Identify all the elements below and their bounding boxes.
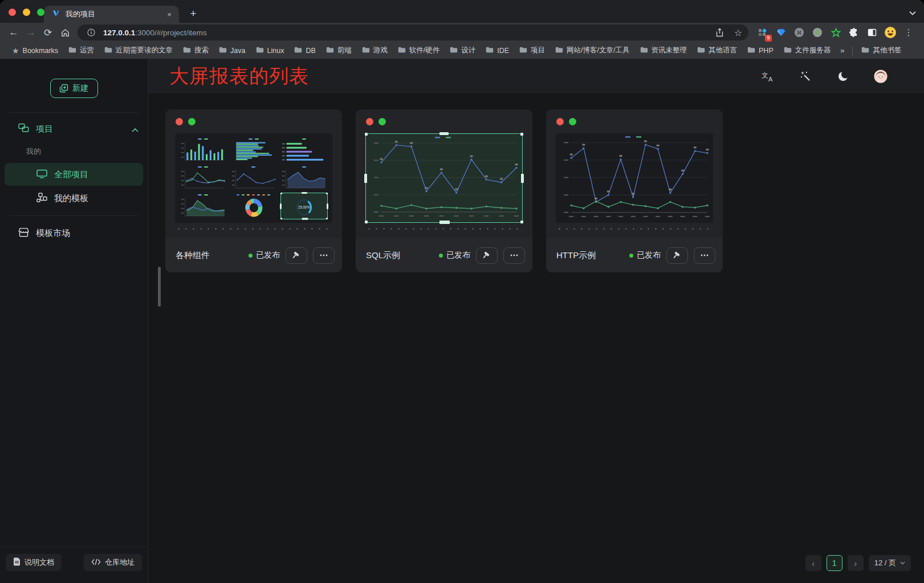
more-actions-button[interactable] <box>694 247 715 264</box>
site-info-icon[interactable] <box>84 26 98 39</box>
magic-wand-icon[interactable] <box>799 70 812 83</box>
extensions-puzzle-icon[interactable] <box>846 25 861 40</box>
page-size-select[interactable]: 12 / 页 <box>869 555 911 571</box>
bookmark-folder[interactable]: 设计 <box>445 44 481 57</box>
sidebar-section-project[interactable]: 项目 <box>0 116 148 141</box>
selection-handle[interactable] <box>326 193 328 194</box>
window-minimize-button[interactable] <box>23 9 30 16</box>
more-actions-button[interactable] <box>313 247 335 264</box>
tab-strip: 我的项目 × + <box>0 0 924 23</box>
project-card[interactable]: HTTP示例 已发布 <box>546 109 723 272</box>
bookmark-folder[interactable]: 近期需要读的文章 <box>99 44 178 57</box>
new-tab-button[interactable]: + <box>186 6 201 21</box>
folder-icon <box>326 47 334 55</box>
selection-handle[interactable] <box>520 221 523 223</box>
extensions-area: 9 ⌘ ⋮ <box>753 25 918 40</box>
bookmark-folder[interactable]: IDE <box>481 45 514 56</box>
selection-handle[interactable] <box>280 193 282 194</box>
home-icon[interactable] <box>57 25 73 40</box>
bookmark-folder-label: 近期需要读的文章 <box>116 46 173 55</box>
chevron-up-icon[interactable] <box>132 124 139 134</box>
forward-icon[interactable]: → <box>23 25 39 40</box>
bookmark-star-icon[interactable]: ☆ <box>731 26 745 39</box>
docs-button[interactable]: 说明文档 <box>6 554 62 571</box>
extension-gem-icon[interactable] <box>774 25 788 40</box>
repo-button[interactable]: 仓库地址 <box>84 554 142 571</box>
edit-project-button[interactable] <box>476 247 498 264</box>
app-root: 新建 项目 我的 全部项目 我的模板 模板市场 <box>0 59 924 583</box>
sidebar-item-template-market[interactable]: 模板市场 <box>5 222 143 244</box>
window-zoom-button[interactable] <box>37 9 44 16</box>
extension-command-icon[interactable]: ⌘ <box>792 25 807 40</box>
next-page-button[interactable]: › <box>848 555 864 571</box>
other-bookmarks-folder[interactable]: 其他书签 <box>856 44 906 57</box>
reload-icon[interactable]: ⟳ <box>40 25 56 40</box>
bookmark-folder-label: 搜索 <box>194 46 209 55</box>
card-footer: 各种组件 已发布 <box>165 238 342 272</box>
card-traffic-dots <box>176 118 342 125</box>
language-icon[interactable]: 文A <box>761 70 775 83</box>
bookmark-folder[interactable]: 其他语言 <box>692 44 742 57</box>
selection-handle[interactable] <box>302 192 307 194</box>
extension-star-icon[interactable] <box>828 25 843 40</box>
tab-search-chevron-icon[interactable] <box>909 7 916 18</box>
sidebar-item-label: 全部项目 <box>54 169 88 180</box>
bookmarks-overflow-chevron[interactable]: » <box>836 46 849 55</box>
bookmark-folder[interactable]: Linux <box>251 45 290 56</box>
bookmark-folder[interactable]: Java <box>214 45 250 56</box>
selection-handle[interactable] <box>326 218 328 219</box>
url-path: :3000/#/project/items <box>135 28 206 37</box>
new-project-button[interactable]: 新建 <box>50 79 98 98</box>
selection-handle[interactable] <box>280 203 282 209</box>
tab-close-icon[interactable]: × <box>164 9 174 19</box>
project-card[interactable]: SQL示例 已发布 <box>356 109 532 272</box>
sidebar-item-all-projects[interactable]: 全部项目 <box>5 163 143 186</box>
selection-handle[interactable] <box>521 174 524 183</box>
dark-mode-moon-icon[interactable] <box>836 70 850 83</box>
bookmark-folder[interactable]: 网站/博客/文章/工具 <box>550 44 634 57</box>
current-page-button[interactable]: 1 <box>827 555 842 571</box>
bookmark-folder[interactable]: 项目 <box>514 44 550 57</box>
bookmark-folder[interactable]: 游戏 <box>357 44 393 57</box>
bookmark-folder[interactable]: 资讯未整理 <box>635 44 693 57</box>
prev-page-button[interactable]: ‹ <box>805 555 821 571</box>
selection-handle[interactable] <box>520 133 523 136</box>
bookmark-folder[interactable]: 文件服务器 <box>779 44 836 57</box>
browser-menu-kebab-icon[interactable]: ⋮ <box>901 25 916 40</box>
selection-handle[interactable] <box>439 221 450 224</box>
bookmark-folder[interactable]: 软件/硬件 <box>393 44 445 57</box>
window-close-button[interactable] <box>9 9 16 16</box>
side-panel-icon[interactable] <box>865 25 880 40</box>
extension-circle-icon[interactable] <box>810 25 825 40</box>
edit-project-button[interactable] <box>666 247 688 264</box>
more-actions-button[interactable] <box>503 247 525 264</box>
edit-project-button[interactable] <box>286 247 307 264</box>
bookmarks-manager[interactable]: ★ Bookmarks <box>7 44 63 57</box>
selection-handle[interactable] <box>302 218 308 220</box>
bookmark-folder-label: 设计 <box>461 46 475 55</box>
share-icon[interactable] <box>713 26 726 39</box>
bookmark-folder-label: 运营 <box>80 46 94 55</box>
user-avatar[interactable] <box>874 70 888 83</box>
extension-grid-icon[interactable]: 9 <box>755 25 770 40</box>
bookmark-folder[interactable]: 运营 <box>63 44 99 57</box>
back-icon[interactable]: ← <box>6 25 22 40</box>
browser-tab[interactable]: 我的项目 × <box>44 6 179 23</box>
sidebar-item-my-templates[interactable]: 我的模板 <box>5 187 143 210</box>
selection-handle[interactable] <box>365 133 368 136</box>
profile-avatar-icon[interactable] <box>883 25 898 40</box>
scrollbar-thumb[interactable] <box>158 267 161 307</box>
url-bar[interactable]: 127.0.0.1:3000/#/project/items ☆ <box>78 25 748 40</box>
sidebar-item-label: 模板市场 <box>36 228 70 239</box>
bookmark-folder[interactable]: PHP <box>742 45 779 56</box>
selection-handle[interactable] <box>327 203 328 209</box>
selection-handle[interactable] <box>280 218 282 219</box>
selection-handle[interactable] <box>439 132 449 135</box>
bookmark-folder[interactable]: DB <box>289 45 320 56</box>
bookmark-folder[interactable]: 前端 <box>321 44 357 57</box>
selection-handle[interactable] <box>364 174 367 183</box>
selection-handle[interactable] <box>365 221 368 223</box>
bookmark-folder[interactable]: 搜索 <box>178 44 214 57</box>
project-card[interactable]: 25.00% 各种组件 已发布 <box>165 109 342 272</box>
dotted-divider <box>175 228 332 230</box>
